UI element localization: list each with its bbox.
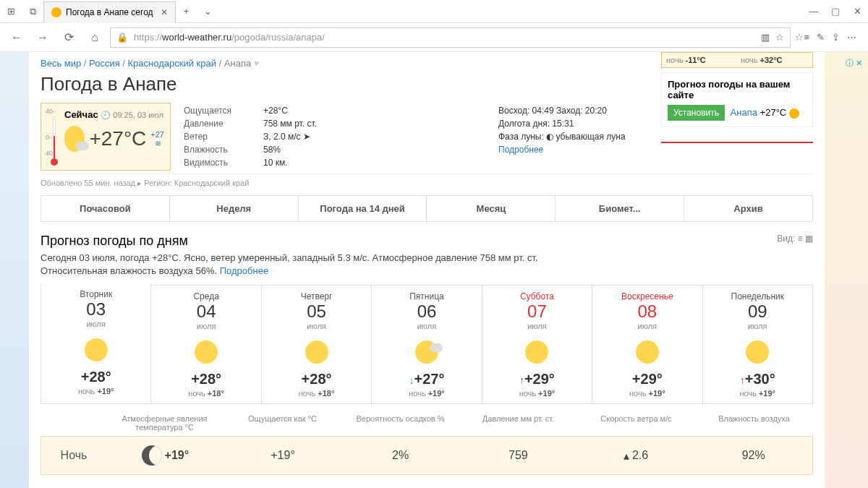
summary-more-link[interactable]: Подробнее	[220, 265, 268, 276]
left-ad-edge	[0, 52, 29, 488]
crumb-world[interactable]: Весь мир	[41, 58, 81, 69]
tab-close-icon[interactable]: ✕	[161, 7, 168, 17]
tab-preview-icon[interactable]: ⧉	[22, 0, 43, 23]
more-icon[interactable]: ⋯	[847, 32, 856, 43]
nav-home-icon[interactable]: ⌂	[84, 27, 106, 48]
nav-refresh-icon[interactable]: ⟳	[58, 27, 80, 48]
reading-view-icon[interactable]: ▥	[761, 32, 770, 43]
day-card[interactable]: Вторник03июля+28°ночь +19°	[41, 283, 151, 404]
crumb-region[interactable]: Краснодарский край	[128, 58, 216, 69]
sun-icon	[525, 341, 548, 364]
forecast-tabs: ПочасовойНеделяПогода на 14 днейМесяцБио…	[41, 195, 813, 222]
notes-icon[interactable]: ✎	[817, 32, 825, 43]
sun-icon	[195, 341, 218, 364]
widget-city-link[interactable]: Анапа	[731, 107, 757, 118]
crumb-country[interactable]: Россия	[89, 58, 120, 69]
view-list-icon[interactable]: ≡	[798, 234, 803, 244]
tab-title: Погода в Анапе сегод	[66, 7, 153, 17]
crumb-city: Анапа	[224, 58, 251, 69]
window-close-icon[interactable]: ✕	[846, 0, 868, 23]
night-detail-row: Ночь +19° +19° 2% 759 ▴ 2.6 92%	[41, 436, 813, 475]
sun-icon	[789, 108, 799, 119]
record-temps: ночь -11°C ночь +32°C	[661, 52, 813, 68]
day-card[interactable]: Понедельник09июля↑+30°ночь +19°	[703, 285, 813, 404]
updated-text: Обновлено 55 мин. назад ▸ Регион: Красно…	[41, 179, 813, 188]
water-temp: +27≋	[150, 130, 164, 148]
forecast-summary: Сегодня 03 июля, погода +28°C. Ясно, вет…	[41, 252, 576, 278]
tab-1[interactable]: Неделя	[170, 196, 299, 221]
tab-0[interactable]: Почасовой	[41, 196, 170, 221]
widget-title: Прогноз погоды на вашем сайте	[668, 79, 807, 100]
day-card[interactable]: Воскресенье08июля+29°ночь +19°	[592, 285, 702, 404]
sun-icon	[415, 341, 438, 364]
current-temp: +27°C	[89, 127, 146, 150]
tab-5[interactable]: Архив	[684, 196, 812, 221]
day-card[interactable]: Среда04июля+28°ночь +18°	[151, 285, 261, 404]
share-icon[interactable]: ⇪	[832, 32, 840, 43]
sun-icon	[305, 341, 328, 364]
forecast-heading: Прогноз погоды по дням	[41, 234, 188, 249]
current-weather-card: 40- 0- 40- Сейчас 🕘 09:25, 03 июл +27°C …	[41, 103, 171, 171]
tab-4[interactable]: Биомет...	[556, 196, 684, 221]
details-link[interactable]: Подробнее	[498, 145, 813, 155]
tab-chevron-icon[interactable]: ⌄	[197, 0, 219, 23]
favorite-star-icon[interactable]: ☆	[775, 32, 784, 43]
lock-icon: 🔒	[116, 32, 128, 43]
day-card[interactable]: Пятница06июля↓+27°ночь +19°	[372, 285, 482, 404]
wind-dir-icon: ▴	[624, 449, 629, 463]
sun-icon	[636, 341, 659, 364]
install-button[interactable]: Установить	[668, 105, 725, 121]
window-maximize-icon[interactable]: ▢	[825, 0, 846, 23]
day-card[interactable]: Суббота07июля↑+29°ночь +19°	[482, 285, 592, 404]
tab-2[interactable]: Погода на 14 дней	[299, 196, 427, 221]
sun-icon	[85, 338, 108, 361]
tab-3[interactable]: Месяц	[427, 196, 556, 221]
now-time: 🕘 09:25, 03 июл	[101, 111, 163, 119]
favicon-icon	[51, 7, 61, 17]
ad-separator	[661, 142, 813, 143]
window-minimize-icon[interactable]: —	[803, 0, 825, 23]
widget-promo: Прогноз погоды на вашем сайте Установить…	[661, 72, 813, 127]
weather-sun-icon	[64, 126, 85, 152]
day-card[interactable]: Четверг05июля+28°ночь +18°	[262, 285, 372, 404]
sun-icon	[746, 341, 769, 364]
address-bar[interactable]: 🔒 https://world-weather.ru/pogoda/russia…	[110, 27, 791, 48]
right-ad-edge: ⓘ ✕	[825, 52, 868, 488]
new-tab-icon[interactable]: +	[176, 0, 197, 23]
heart-icon[interactable]: ♥	[254, 58, 260, 69]
nav-back-icon[interactable]: ←	[6, 27, 27, 48]
widget-temp: +27°C	[760, 107, 787, 118]
moon-icon	[142, 445, 162, 466]
tab-actions-icon[interactable]: ⊞	[0, 0, 22, 23]
favorites-icon[interactable]: ☆≡	[795, 32, 809, 43]
days-row: Вторник03июля+28°ночь +19°Среда04июля+28…	[41, 285, 813, 404]
period-label: Ночь	[41, 449, 106, 462]
thermometer-icon: 40- 0- 40-	[46, 108, 60, 166]
ad-close-icon[interactable]: ⓘ ✕	[846, 58, 862, 69]
now-label: Сейчас	[64, 109, 98, 120]
detail-header-row: Атмосферные явления температура °CОщущае…	[41, 410, 813, 436]
view-grid-icon[interactable]: ▦	[805, 234, 813, 244]
nav-forward-icon[interactable]: →	[32, 27, 54, 48]
browser-tab[interactable]: Погода в Анапе сегод ✕	[43, 1, 176, 23]
